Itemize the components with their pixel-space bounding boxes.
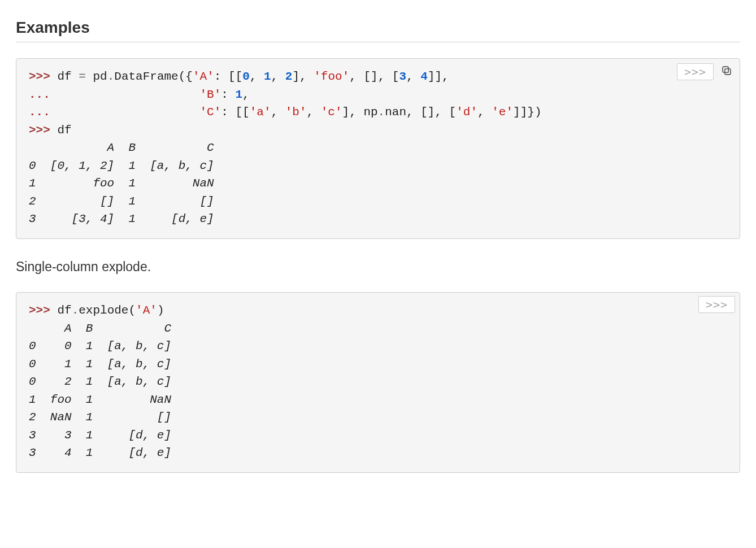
prompt: >>> — [29, 304, 57, 317]
code-token: nan, [], [ — [385, 106, 456, 119]
code-token: : [[ — [214, 70, 242, 83]
code-token: 'foo' — [314, 70, 349, 83]
svg-rect-0 — [725, 69, 731, 75]
code-token: 'e' — [492, 106, 513, 119]
code-token: , — [271, 106, 285, 119]
prompt-cont: ... — [29, 106, 57, 119]
code-content: >>> df.explode('A') A B C 0 0 1 [a, b, c… — [29, 302, 727, 462]
code-token: 'b' — [285, 106, 307, 119]
code-token: df — [57, 304, 71, 317]
code-output: A B C 0 0 1 [a, b, c] 0 1 1 [a, b, c] 0 … — [29, 322, 171, 460]
code-token: 2 — [285, 70, 293, 83]
code-token: ({ — [179, 70, 193, 83]
code-token: 'A' — [136, 304, 157, 317]
code-token: , — [406, 70, 420, 83]
code-token: df — [57, 70, 79, 83]
code-token: pd — [93, 70, 107, 83]
code-block-1: >>> >>> df = pd.DataFrame({'A': [[0, 1, … — [16, 58, 740, 239]
code-token: ]], — [428, 70, 449, 83]
code-token: 3 — [399, 70, 406, 83]
code-token: DataFrame — [114, 70, 178, 83]
code-token: , [], [ — [349, 70, 399, 83]
code-toolbar: >>> — [677, 62, 735, 81]
code-token: 1 — [236, 88, 243, 101]
code-token: ]]}) — [513, 106, 541, 119]
copy-icon — [720, 64, 733, 79]
code-token — [57, 106, 199, 119]
code-token: 1 — [264, 70, 271, 83]
prose-text: Single-column explode. — [16, 257, 740, 277]
code-token: , — [250, 70, 264, 83]
code-token: ( — [128, 304, 136, 317]
code-token: 0 — [242, 70, 250, 83]
code-token: : [[ — [221, 106, 249, 119]
code-token — [57, 88, 199, 101]
code-token: . — [72, 304, 79, 317]
code-token: 'B' — [199, 88, 221, 101]
code-token: 'C' — [199, 106, 221, 119]
code-token: 'c' — [321, 106, 342, 119]
code-token: = — [79, 70, 93, 83]
code-token: ) — [157, 304, 164, 317]
code-token: 'a' — [250, 106, 271, 119]
svg-rect-1 — [723, 67, 728, 72]
toggle-prompts-button[interactable]: >>> — [677, 63, 714, 80]
code-token: ], np — [342, 106, 378, 119]
code-token: , — [477, 106, 492, 119]
code-token: 'd' — [456, 106, 477, 119]
prompt-cont: ... — [29, 88, 57, 101]
code-token: explode — [79, 304, 128, 317]
section-heading: Examples — [16, 16, 740, 42]
prompt: >>> — [29, 124, 57, 137]
code-token: , — [307, 106, 321, 119]
code-token: 'A' — [193, 70, 214, 83]
code-block-2: >>> >>> df.explode('A') A B C 0 0 1 [a, … — [16, 292, 740, 473]
copy-button[interactable] — [718, 62, 735, 81]
code-token: , — [271, 70, 285, 83]
code-token: : — [221, 88, 235, 101]
code-token: 4 — [420, 70, 428, 83]
code-token: . — [378, 106, 385, 119]
code-toolbar: >>> — [698, 296, 735, 313]
code-output: A B C 0 [0, 1, 2] 1 [a, b, c] 1 foo 1 Na… — [29, 141, 214, 225]
code-token: df — [57, 124, 71, 137]
toggle-prompts-button[interactable]: >>> — [698, 296, 735, 313]
code-content: >>> df = pd.DataFrame({'A': [[0, 1, 2], … — [29, 68, 727, 228]
code-token: ], — [292, 70, 314, 83]
prompt: >>> — [29, 70, 57, 83]
code-token: , — [242, 88, 250, 101]
code-token: . — [107, 70, 115, 83]
